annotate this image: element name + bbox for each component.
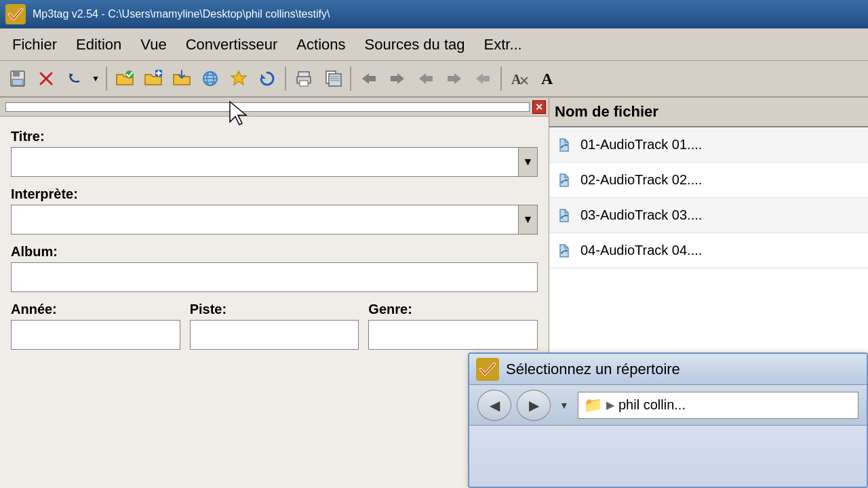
tag-ops1-button[interactable]: [412, 65, 439, 92]
menu-convertisseur[interactable]: Convertisseur: [176, 32, 288, 58]
toolbar-sep-4: [500, 66, 502, 91]
open-folder-button[interactable]: [111, 65, 138, 92]
tag-fields: Titre: ▼ Interprète: ▼ Album:: [0, 117, 549, 362]
svg-marker-28: [476, 73, 490, 84]
album-label: Album:: [11, 244, 538, 260]
interprete-dropdown[interactable]: ▼: [518, 205, 537, 234]
svg-marker-27: [448, 73, 461, 84]
print-button[interactable]: [290, 65, 317, 92]
bottom-fields: Année: Piste: Genre:: [11, 302, 538, 350]
genre-field-group: Genre:: [368, 302, 538, 350]
toolbar-sep-1: [106, 66, 107, 91]
svg-point-38: [566, 179, 568, 181]
svg-point-34: [561, 146, 563, 148]
left-panel: ✕ Titre: ▼ Interprète: ▼: [0, 98, 549, 488]
audio-file-icon: [555, 136, 574, 155]
web-button[interactable]: [197, 65, 224, 92]
list-item[interactable]: 03-AudioTrack 03....: [549, 198, 868, 233]
undo-button[interactable]: [61, 65, 88, 92]
album-field-group: Album:: [11, 244, 538, 292]
font1-button[interactable]: A: [506, 65, 533, 92]
favorite-button[interactable]: [225, 65, 252, 92]
genre-input[interactable]: [368, 320, 538, 350]
svg-point-41: [566, 214, 568, 216]
cancel-button[interactable]: [33, 65, 60, 92]
svg-rect-18: [300, 81, 308, 86]
path-text: phil collin...: [618, 397, 686, 413]
path-folder-icon: 📁: [584, 396, 602, 414]
titre-dropdown[interactable]: ▼: [518, 148, 537, 176]
app-icon: [5, 4, 26, 24]
name-from-tag-button[interactable]: [384, 65, 411, 92]
dialog-title-bar: Sélectionnez un répertoire: [469, 354, 867, 385]
annee-field-group: Année:: [11, 302, 180, 350]
piste-field-group: Piste:: [190, 302, 359, 350]
svg-text:A: A: [511, 72, 521, 87]
album-input[interactable]: [12, 263, 537, 291]
svg-marker-15: [231, 71, 246, 85]
export-button[interactable]: [168, 65, 195, 92]
audio-file-icon: [555, 241, 574, 260]
menu-vue[interactable]: Vue: [131, 32, 176, 58]
file-name-text: 01-AudioTrack 01....: [580, 137, 702, 152]
svg-point-43: [561, 251, 563, 253]
dialog-title-text: Sélectionnez un répertoire: [506, 361, 680, 378]
dialog-path-bar: 📁 ▶ phil collin...: [578, 392, 859, 419]
genre-label: Genre:: [368, 302, 538, 317]
titre-input-wrapper: ▼: [11, 147, 538, 177]
save-button[interactable]: [4, 65, 31, 92]
svg-text:A: A: [541, 70, 553, 87]
list-item[interactable]: 02-AudioTrack 02....: [549, 163, 868, 198]
list-item[interactable]: 04-AudioTrack 04....: [549, 233, 868, 268]
toolbar-sep-2: [285, 66, 286, 91]
file-list-header: Nom de fichier: [549, 98, 868, 127]
file-name-text: 04-AudioTrack 04....: [580, 243, 702, 258]
add-folder-button[interactable]: [140, 65, 167, 92]
svg-marker-25: [391, 73, 404, 84]
piste-label: Piste:: [190, 302, 359, 317]
tag-from-name-button[interactable]: [355, 65, 382, 92]
menu-bar: Fichier Edition Vue Convertisseur Action…: [0, 28, 868, 61]
list-item[interactable]: 01-AudioTrack 01....: [549, 127, 868, 163]
dialog-forward-button[interactable]: ▶: [517, 390, 551, 421]
interprete-input[interactable]: [12, 205, 518, 234]
file-name-text: 02-AudioTrack 02....: [580, 172, 702, 188]
interprete-label: Interprète:: [11, 186, 538, 202]
panel-topbar: ✕: [0, 98, 549, 117]
path-separator: ▶: [606, 399, 614, 411]
toolbar: ▼: [0, 61, 868, 98]
interprete-field-group: Interprète: ▼: [11, 186, 538, 235]
menu-actions[interactable]: Actions: [287, 32, 355, 58]
dialog-nav-bar: ◀ ▶ ▼ 📁 ▶ phil collin...: [469, 385, 867, 426]
titre-input[interactable]: [12, 148, 518, 176]
dialog-nav-dropdown[interactable]: ▼: [556, 390, 572, 421]
menu-edition[interactable]: Edition: [66, 32, 131, 58]
print2-button[interactable]: [319, 65, 346, 92]
dialog-back-button[interactable]: ◀: [477, 390, 511, 421]
svg-marker-24: [362, 73, 376, 84]
tag-ops3-button[interactable]: [469, 65, 496, 92]
directory-dialog: Sélectionnez un répertoire ◀ ▶ ▼ 📁 ▶ phi…: [468, 352, 868, 488]
font2-button[interactable]: A: [534, 65, 561, 92]
undo-dropdown[interactable]: ▼: [90, 65, 102, 92]
svg-rect-20: [329, 74, 341, 86]
titre-label: Titre:: [11, 129, 538, 144]
svg-rect-3: [12, 79, 23, 85]
annee-label: Année:: [11, 302, 180, 317]
window-title: Mp3tag v2.54 - C:\Users\mamyline\Desktop…: [33, 8, 330, 20]
panel-close-button[interactable]: ✕: [532, 100, 546, 114]
svg-point-40: [561, 216, 563, 218]
piste-input[interactable]: [190, 320, 359, 350]
tag-ops2-button[interactable]: [441, 65, 468, 92]
menu-fichier[interactable]: Fichier: [3, 32, 66, 58]
svg-point-37: [561, 181, 563, 183]
file-name-text: 03-AudioTrack 03....: [580, 207, 702, 223]
svg-rect-2: [13, 71, 20, 77]
refresh-button[interactable]: [254, 65, 281, 92]
menu-sources-tag[interactable]: Sources du tag: [355, 32, 475, 58]
interprete-input-wrapper: ▼: [11, 205, 538, 235]
svg-marker-26: [419, 73, 433, 84]
annee-input[interactable]: [11, 320, 180, 350]
file-list-header-text: Nom de fichier: [555, 103, 658, 121]
menu-extra[interactable]: Extr...: [474, 32, 531, 58]
